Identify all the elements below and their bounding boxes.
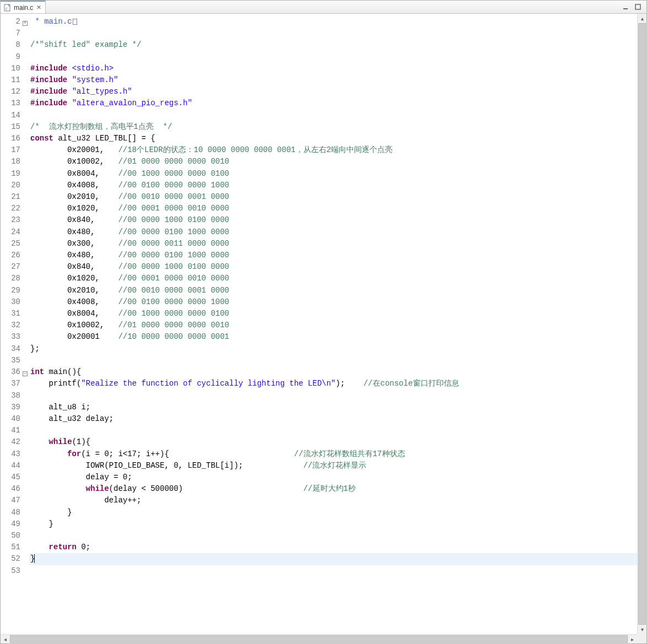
line-number: 46 [1,483,20,495]
code-viewport[interactable]: 2789101112131415161718192021222324252627… [1,14,637,634]
code-line[interactable] [29,110,637,121]
scroll-left-icon[interactable]: ◂ [1,635,10,643]
line-number: 25 [1,238,20,250]
code-line[interactable]: 0x1020, //00 0001 0000 0010 0000 [29,273,637,284]
horizontal-scrollbar[interactable]: ◂ ▸ [1,634,637,643]
code-line[interactable]: delay++; [29,495,637,506]
line-number: 50 [1,530,20,542]
code-line[interactable]: 0x10002, //01 0000 0000 0000 0010 [29,156,637,167]
code-line[interactable] [29,530,637,542]
code-line[interactable]: IOWR(PIO_LED_BASE, 0, LED_TBL[i]); //流水灯… [29,460,637,472]
code-line[interactable]: while(delay < 500000) //延时大约1秒 [29,483,637,495]
code-line[interactable]: 0x4008, //00 0100 0000 0000 1000 [29,296,637,308]
line-number: 21 [1,191,20,203]
line-number: 40 [1,413,20,425]
code-line[interactable]: alt_u8 i; [29,402,637,413]
line-number: 41 [1,425,20,436]
line-number: 28 [1,273,20,284]
code-line[interactable]: } [29,553,637,565]
code-line[interactable]: 0x840, //00 0000 1000 0100 0000 [29,214,637,226]
code-line[interactable]: printf("Realize the function of cyclical… [29,378,637,389]
code-line[interactable]: }; [29,343,637,355]
code-line[interactable]: #include "system.h" [29,74,637,86]
code-line[interactable]: 0x1020, //00 0001 0000 0010 0000 [29,203,637,214]
code-line[interactable]: 0x300, //00 0000 0011 0000 0000 [29,238,637,250]
code-line[interactable] [29,565,637,577]
maximize-icon[interactable] [634,3,642,11]
code-text-area[interactable]: * main.c /*"shift led" example */ #inclu… [29,16,637,634]
line-number: 39 [1,402,20,413]
code-line[interactable]: 0x4008, //00 0100 0000 0000 1000 [29,180,637,191]
line-number: 12 [1,86,20,98]
code-line[interactable]: 0x2010, //00 0010 0000 0001 0000 [29,285,637,296]
code-line[interactable] [29,51,637,63]
collapsed-region-marker[interactable] [73,19,77,25]
code-line[interactable] [29,355,637,366]
line-number: 27 [1,261,20,273]
code-line[interactable]: 0x8004, //00 1000 0000 0000 0100 [29,308,637,320]
code-line[interactable]: alt_u32 delay; [29,413,637,425]
code-line[interactable]: #include <stdio.h> [29,63,637,74]
fold-collapse-icon[interactable]: − [23,371,28,376]
code-line[interactable]: * main.c [29,16,637,28]
line-number: 38 [1,390,20,402]
line-number: 51 [1,542,20,553]
code-line[interactable]: int main(){ [29,366,637,378]
line-number: 19 [1,168,20,180]
line-number: 14 [1,110,20,121]
code-line[interactable]: } [29,518,637,530]
bottom-scroll-row: ◂ ▸ [1,634,646,643]
tab-main-c[interactable]: c main.c ✕ [1,1,46,13]
line-number: 9 [1,51,20,63]
scroll-down-icon[interactable]: ▾ [638,625,646,634]
fold-expand-icon[interactable]: + [23,21,28,26]
line-number: 47 [1,495,20,506]
code-line[interactable]: delay = 0; [29,472,637,483]
scroll-up-icon[interactable]: ▴ [638,14,646,23]
code-line[interactable] [29,425,637,436]
code-line[interactable] [29,390,637,402]
code-line[interactable]: while(1){ [29,436,637,448]
scroll-track-vertical[interactable] [638,23,646,625]
code-line[interactable]: return 0; [29,542,637,553]
code-line[interactable]: #include "altera_avalon_pio_regs.h" [29,98,637,109]
window-controls [618,1,646,13]
code-line[interactable] [29,28,637,39]
code-line[interactable]: 0x20001 //10 0000 0000 0000 0001 [29,331,637,343]
line-number: 33 [1,331,20,343]
vertical-scrollbar[interactable]: ▴ ▾ [637,14,646,634]
editor-body: 2789101112131415161718192021222324252627… [1,14,646,634]
line-number: 16 [1,133,20,144]
line-number: 10 [1,63,20,74]
line-number: 13 [1,98,20,109]
code-line[interactable]: /* 流水灯控制数组，高电平1点亮 */ [29,121,637,133]
code-line[interactable]: const alt_u32 LED_TBL[] = { [29,133,637,144]
scrollbar-corner [637,634,646,643]
code-line[interactable]: 0x20001, //18个LEDR的状态：10 0000 0000 0000 … [29,144,637,156]
code-line[interactable]: for(i = 0; i<17; i++){ //流水灯花样数组共有17种状态 [29,448,637,460]
minimize-icon[interactable] [622,3,630,11]
svg-rect-2 [623,8,628,9]
c-file-icon: c [4,4,12,12]
code-line[interactable]: 0x8004, //00 1000 0000 0000 0100 [29,168,637,180]
line-number: 53 [1,565,20,577]
line-number: 35 [1,355,20,366]
code-line[interactable]: 0x10002, //01 0000 0000 0000 0010 [29,320,637,331]
scroll-track-horizontal[interactable] [10,635,628,643]
code-line[interactable]: } [29,507,637,518]
scroll-thumb-horizontal[interactable] [10,635,628,643]
code-line[interactable]: 0x480, //00 0000 0100 1000 0000 [29,250,637,261]
close-tab-icon[interactable]: ✕ [35,4,42,11]
line-number: 20 [1,180,20,191]
code-line[interactable]: 0x480, //00 0000 0100 1000 0000 [29,226,637,238]
scroll-right-icon[interactable]: ▸ [628,635,637,643]
code-line[interactable]: /*"shift led" example */ [29,39,637,51]
scroll-thumb-vertical[interactable] [638,23,646,625]
line-number: 37 [1,378,20,389]
code-line[interactable]: 0x2010, //00 0010 0000 0001 0000 [29,191,637,203]
code-line[interactable]: #include "alt_types.h" [29,86,637,98]
line-number: 11 [1,74,20,86]
line-number-gutter: 2789101112131415161718192021222324252627… [1,16,23,634]
code-line[interactable]: 0x840, //00 0000 1000 0100 0000 [29,261,637,273]
line-number: 17 [1,144,20,156]
